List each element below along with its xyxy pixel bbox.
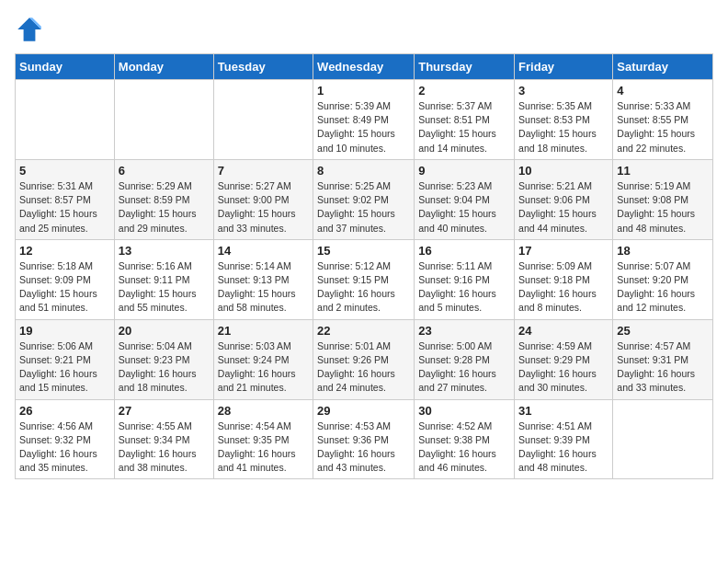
day-info: Sunrise: 4:52 AMSunset: 9:38 PMDaylight:… (418, 419, 510, 476)
day-number: 30 (418, 404, 510, 418)
day-info: Sunrise: 5:16 AMSunset: 9:11 PMDaylight:… (119, 259, 210, 316)
calendar-cell (613, 399, 713, 479)
day-number: 26 (19, 404, 110, 418)
day-number: 19 (19, 324, 110, 338)
day-info: Sunrise: 4:51 AMSunset: 9:39 PMDaylight:… (518, 419, 609, 476)
day-info: Sunrise: 4:55 AMSunset: 9:34 PMDaylight:… (119, 419, 210, 476)
calendar-cell: 4Sunrise: 5:33 AMSunset: 8:55 PMDaylight… (613, 80, 713, 160)
calendar-table: SundayMondayTuesdayWednesdayThursdayFrid… (15, 53, 713, 479)
day-number: 29 (317, 404, 410, 418)
logo (15, 15, 48, 44)
day-number: 5 (19, 164, 110, 178)
calendar-cell: 29Sunrise: 4:53 AMSunset: 9:36 PMDayligh… (313, 399, 415, 479)
day-number: 1 (317, 84, 410, 98)
calendar-cell: 15Sunrise: 5:12 AMSunset: 9:15 PMDayligh… (313, 239, 415, 319)
calendar-cell: 10Sunrise: 5:21 AMSunset: 9:06 PMDayligh… (515, 159, 613, 239)
calendar-cell: 17Sunrise: 5:09 AMSunset: 9:18 PMDayligh… (515, 239, 613, 319)
calendar-cell: 28Sunrise: 4:54 AMSunset: 9:35 PMDayligh… (213, 399, 313, 479)
calendar-week-row: 5Sunrise: 5:31 AMSunset: 8:57 PMDaylight… (16, 159, 713, 239)
day-number: 23 (418, 324, 510, 338)
day-info: Sunrise: 4:57 AMSunset: 9:31 PMDaylight:… (617, 339, 709, 396)
day-info: Sunrise: 5:09 AMSunset: 9:18 PMDaylight:… (518, 259, 609, 316)
calendar-cell: 18Sunrise: 5:07 AMSunset: 9:20 PMDayligh… (613, 239, 713, 319)
days-of-week-row: SundayMondayTuesdayWednesdayThursdayFrid… (16, 54, 713, 80)
day-info: Sunrise: 5:33 AMSunset: 8:55 PMDaylight:… (617, 99, 709, 155)
day-number: 31 (518, 404, 609, 418)
day-info: Sunrise: 5:19 AMSunset: 9:08 PMDaylight:… (617, 179, 709, 236)
day-number: 25 (617, 324, 709, 338)
day-number: 15 (317, 244, 410, 258)
calendar-cell: 13Sunrise: 5:16 AMSunset: 9:11 PMDayligh… (114, 239, 213, 319)
day-number: 2 (418, 84, 510, 98)
day-number: 13 (119, 244, 210, 258)
calendar-week-row: 26Sunrise: 4:56 AMSunset: 9:32 PMDayligh… (16, 399, 713, 479)
day-number: 4 (617, 84, 709, 98)
day-of-week-header: Sunday (16, 54, 115, 80)
calendar-cell: 27Sunrise: 4:55 AMSunset: 9:34 PMDayligh… (114, 399, 213, 479)
calendar-cell: 9Sunrise: 5:23 AMSunset: 9:04 PMDaylight… (415, 159, 515, 239)
calendar-week-row: 1Sunrise: 5:39 AMSunset: 8:49 PMDaylight… (16, 80, 713, 160)
day-of-week-header: Thursday (415, 54, 515, 80)
day-number: 18 (617, 244, 709, 258)
day-info: Sunrise: 5:35 AMSunset: 8:53 PMDaylight:… (518, 99, 609, 155)
day-info: Sunrise: 5:18 AMSunset: 9:09 PMDaylight:… (19, 259, 110, 316)
day-info: Sunrise: 5:06 AMSunset: 9:21 PMDaylight:… (19, 339, 110, 396)
calendar-cell: 31Sunrise: 4:51 AMSunset: 9:39 PMDayligh… (515, 399, 613, 479)
day-info: Sunrise: 5:00 AMSunset: 9:28 PMDaylight:… (418, 339, 510, 396)
day-info: Sunrise: 4:54 AMSunset: 9:35 PMDaylight:… (218, 419, 309, 476)
day-number: 27 (119, 404, 210, 418)
calendar-cell: 1Sunrise: 5:39 AMSunset: 8:49 PMDaylight… (313, 80, 415, 160)
calendar-cell: 30Sunrise: 4:52 AMSunset: 9:38 PMDayligh… (415, 399, 515, 479)
day-number: 7 (218, 164, 309, 178)
day-number: 16 (418, 244, 510, 258)
day-number: 12 (19, 244, 110, 258)
day-info: Sunrise: 5:27 AMSunset: 9:00 PMDaylight:… (218, 179, 309, 236)
calendar-cell: 14Sunrise: 5:14 AMSunset: 9:13 PMDayligh… (213, 239, 313, 319)
day-of-week-header: Tuesday (213, 54, 313, 80)
day-number: 21 (218, 324, 309, 338)
day-number: 22 (317, 324, 410, 338)
day-number: 14 (218, 244, 309, 258)
calendar-cell: 16Sunrise: 5:11 AMSunset: 9:16 PMDayligh… (415, 239, 515, 319)
day-info: Sunrise: 5:01 AMSunset: 9:26 PMDaylight:… (317, 339, 410, 396)
day-info: Sunrise: 5:25 AMSunset: 9:02 PMDaylight:… (317, 179, 410, 236)
calendar-cell (16, 80, 115, 160)
day-of-week-header: Saturday (613, 54, 713, 80)
calendar-cell: 21Sunrise: 5:03 AMSunset: 9:24 PMDayligh… (213, 319, 313, 399)
day-info: Sunrise: 5:07 AMSunset: 9:20 PMDaylight:… (617, 259, 709, 316)
day-number: 28 (218, 404, 309, 418)
calendar-cell: 8Sunrise: 5:25 AMSunset: 9:02 PMDaylight… (313, 159, 415, 239)
calendar-header: SundayMondayTuesdayWednesdayThursdayFrid… (16, 54, 713, 80)
day-number: 20 (119, 324, 210, 338)
day-number: 6 (119, 164, 210, 178)
day-info: Sunrise: 4:53 AMSunset: 9:36 PMDaylight:… (317, 419, 410, 476)
calendar-cell: 3Sunrise: 5:35 AMSunset: 8:53 PMDaylight… (515, 80, 613, 160)
calendar-cell: 11Sunrise: 5:19 AMSunset: 9:08 PMDayligh… (613, 159, 713, 239)
day-info: Sunrise: 5:14 AMSunset: 9:13 PMDaylight:… (218, 259, 309, 316)
calendar-cell: 19Sunrise: 5:06 AMSunset: 9:21 PMDayligh… (16, 319, 115, 399)
calendar-cell: 12Sunrise: 5:18 AMSunset: 9:09 PMDayligh… (16, 239, 115, 319)
day-of-week-header: Friday (515, 54, 613, 80)
day-info: Sunrise: 5:29 AMSunset: 8:59 PMDaylight:… (119, 179, 210, 236)
calendar-week-row: 19Sunrise: 5:06 AMSunset: 9:21 PMDayligh… (16, 319, 713, 399)
calendar-cell: 7Sunrise: 5:27 AMSunset: 9:00 PMDaylight… (213, 159, 313, 239)
day-info: Sunrise: 5:11 AMSunset: 9:16 PMDaylight:… (418, 259, 510, 316)
day-info: Sunrise: 5:03 AMSunset: 9:24 PMDaylight:… (218, 339, 309, 396)
page-header (15, 15, 713, 44)
calendar-cell: 20Sunrise: 5:04 AMSunset: 9:23 PMDayligh… (114, 319, 213, 399)
day-info: Sunrise: 5:31 AMSunset: 8:57 PMDaylight:… (19, 179, 110, 236)
day-info: Sunrise: 5:37 AMSunset: 8:51 PMDaylight:… (418, 99, 510, 155)
day-info: Sunrise: 5:04 AMSunset: 9:23 PMDaylight:… (119, 339, 210, 396)
calendar-week-row: 12Sunrise: 5:18 AMSunset: 9:09 PMDayligh… (16, 239, 713, 319)
day-of-week-header: Wednesday (313, 54, 415, 80)
day-number: 24 (518, 324, 609, 338)
day-info: Sunrise: 4:56 AMSunset: 9:32 PMDaylight:… (19, 419, 110, 476)
day-info: Sunrise: 5:21 AMSunset: 9:06 PMDaylight:… (518, 179, 609, 236)
svg-marker-0 (17, 17, 41, 41)
day-info: Sunrise: 4:59 AMSunset: 9:29 PMDaylight:… (518, 339, 609, 396)
calendar-cell: 5Sunrise: 5:31 AMSunset: 8:57 PMDaylight… (16, 159, 115, 239)
day-number: 9 (418, 164, 510, 178)
day-number: 11 (617, 164, 709, 178)
calendar-cell: 23Sunrise: 5:00 AMSunset: 9:28 PMDayligh… (415, 319, 515, 399)
calendar-cell: 22Sunrise: 5:01 AMSunset: 9:26 PMDayligh… (313, 319, 415, 399)
